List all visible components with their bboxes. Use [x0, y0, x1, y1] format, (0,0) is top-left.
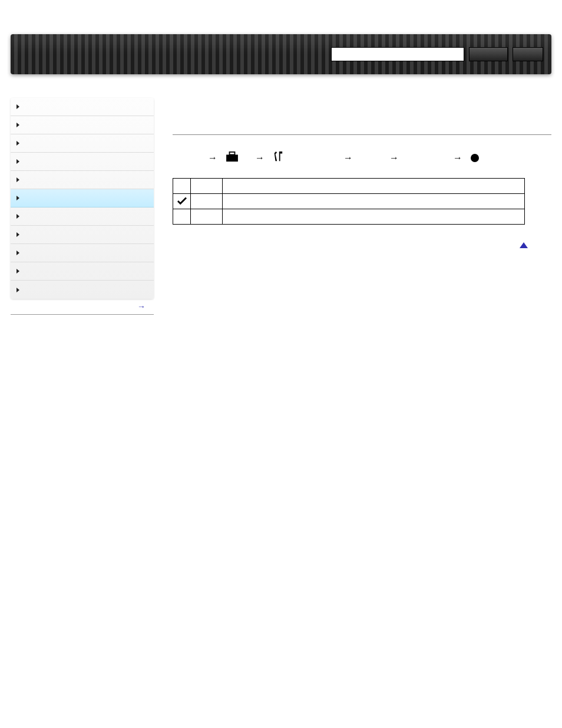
chevron-right-icon — [16, 196, 19, 200]
chevron-right-icon — [16, 214, 19, 219]
divider — [11, 314, 154, 315]
sidebar-item-6[interactable] — [11, 207, 154, 226]
chevron-right-icon — [16, 159, 19, 164]
table-header-row — [173, 179, 525, 194]
next-link[interactable]: → — [11, 299, 154, 314]
briefcase-icon — [226, 151, 239, 164]
dot-icon — [471, 154, 479, 162]
back-to-top-link[interactable] — [173, 241, 551, 248]
sidebar-item-10[interactable] — [11, 281, 154, 299]
chevron-right-icon — [16, 288, 19, 292]
sidebar-item-1[interactable] — [11, 116, 154, 134]
sidebar — [11, 98, 154, 299]
sidebar-item-4[interactable] — [11, 171, 154, 189]
svg-rect-0 — [226, 154, 238, 162]
row-desc-cell — [223, 194, 525, 209]
sidebar-item-0[interactable] — [11, 98, 154, 116]
section-divider — [173, 134, 551, 135]
row-name-cell — [191, 194, 223, 209]
chevron-right-icon — [16, 141, 19, 146]
table-header — [173, 179, 191, 194]
reset-button[interactable] — [513, 47, 543, 61]
tools-icon — [273, 151, 283, 164]
chevron-right-icon — [16, 232, 19, 237]
sidebar-item-9[interactable] — [11, 262, 154, 281]
breadcrumb: → → → → → — [173, 151, 551, 164]
main-content: → → → → → — [154, 98, 551, 248]
arrow-right-icon: → — [453, 153, 462, 163]
arrow-right-icon: → — [137, 302, 146, 311]
arrow-right-icon: → — [343, 153, 353, 163]
table-header — [223, 179, 525, 194]
sidebar-item-8[interactable] — [11, 244, 154, 262]
arrow-right-icon: → — [208, 153, 217, 163]
arrow-right-icon: → — [389, 153, 399, 163]
sidebar-item-5[interactable] — [11, 189, 154, 207]
sidebar-item-2[interactable] — [11, 134, 154, 153]
row-check-cell — [173, 209, 191, 225]
row-desc-cell — [223, 209, 525, 225]
search-input[interactable] — [331, 47, 464, 61]
chevron-right-icon — [16, 177, 19, 182]
row-name-cell — [191, 209, 223, 225]
chevron-right-icon — [16, 104, 19, 109]
svg-rect-1 — [230, 152, 235, 155]
arrow-right-icon: → — [255, 153, 265, 163]
table-row — [173, 209, 525, 225]
settings-table — [173, 178, 525, 225]
table-row — [173, 194, 525, 209]
search-button[interactable] — [469, 47, 508, 61]
sidebar-item-7[interactable] — [11, 226, 154, 244]
chevron-right-icon — [16, 123, 19, 127]
table-header — [191, 179, 223, 194]
header-bar — [11, 34, 551, 74]
chevron-right-icon — [16, 251, 19, 255]
chevron-right-icon — [16, 269, 19, 274]
triangle-up-icon — [520, 242, 528, 248]
checkmark-icon — [177, 199, 187, 206]
row-check-cell — [173, 194, 191, 209]
sidebar-item-3[interactable] — [11, 153, 154, 171]
